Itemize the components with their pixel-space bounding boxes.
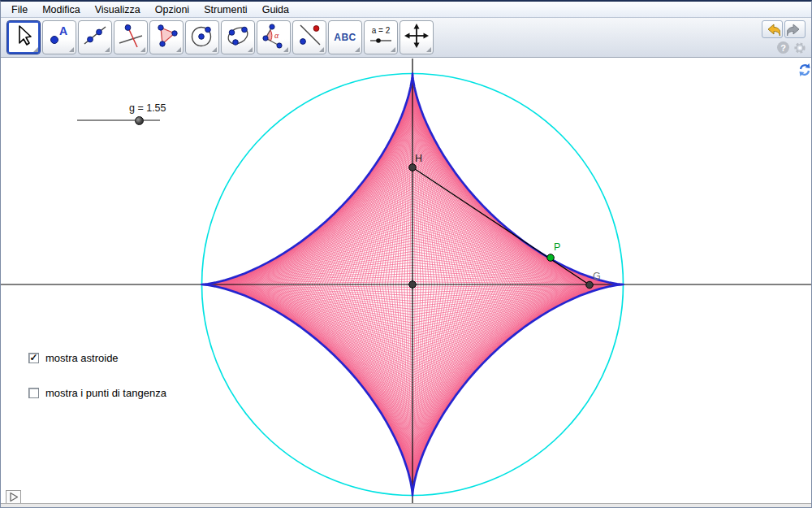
graphics-view[interactable]: HPG g = 1.55 ✓ mostra astroide mostra i …	[1, 59, 812, 503]
svg-text:α: α	[274, 31, 279, 40]
checkbox-label: mostra astroide	[45, 352, 119, 364]
tool-angle[interactable]: α	[257, 20, 291, 54]
tool-slider[interactable]: a = 2	[364, 20, 398, 54]
refresh-view-icon	[797, 63, 812, 77]
window-footer	[1, 503, 812, 508]
point-H[interactable]	[409, 164, 417, 172]
point-label-P: P	[554, 241, 560, 253]
tool-dropdown-icon[interactable]	[140, 47, 145, 52]
menu-modifica[interactable]: Modifica	[35, 2, 88, 17]
slider-g-label[interactable]: g = 1.55	[129, 102, 166, 114]
slider-g-track[interactable]	[77, 119, 160, 121]
menubar: File Modifica Visualizza Opzioni Strumen…	[1, 2, 811, 18]
geogebra-window: File Modifica Visualizza Opzioni Strumen…	[0, 0, 812, 508]
tool-reflection[interactable]	[292, 20, 326, 54]
tool-point[interactable]: A	[42, 20, 76, 54]
tool-dropdown-icon[interactable]	[283, 47, 288, 52]
slider-g-handle[interactable]	[135, 116, 144, 125]
checkbox-box[interactable]: ✓	[28, 353, 39, 363]
toolbar-actions: ?	[762, 20, 807, 54]
redo-button[interactable]	[784, 20, 806, 38]
tool-dropdown-icon[interactable]	[426, 47, 431, 52]
menu-guida[interactable]: Guida	[255, 2, 296, 17]
checkbox-mostra-punti-tangenza[interactable]: mostra i punti di tangenza	[28, 387, 166, 399]
checkbox-box[interactable]	[28, 388, 39, 398]
tool-move-view[interactable]	[400, 20, 434, 54]
gear-icon[interactable]	[793, 41, 806, 54]
tool-move[interactable]	[6, 20, 41, 54]
construction-svg[interactable]: HPG	[1, 59, 812, 503]
checkbox-label: mostra i punti di tangenza	[45, 387, 166, 399]
menu-file[interactable]: File	[4, 2, 35, 17]
undo-arrow-icon	[764, 22, 780, 37]
play-animation-button[interactable]	[6, 490, 21, 504]
redo-arrow-icon	[787, 22, 803, 37]
tool-special-line[interactable]	[114, 20, 148, 54]
point-label-H: H	[415, 153, 422, 164]
tool-circle[interactable]	[185, 20, 219, 54]
toolbar: A	[1, 18, 811, 58]
tool-dropdown-icon[interactable]	[176, 47, 181, 52]
refresh-view-button[interactable]	[797, 63, 812, 77]
tool-dropdown-icon[interactable]	[355, 47, 360, 52]
tool-text[interactable]: ABC	[328, 20, 362, 54]
checkbox-mostra-astroide[interactable]: ✓ mostra astroide	[28, 352, 119, 364]
tool-dropdown-icon[interactable]	[391, 47, 395, 52]
tool-dropdown-icon[interactable]	[33, 47, 38, 52]
text-icon: ABC	[334, 32, 356, 43]
undo-button[interactable]	[762, 20, 783, 38]
point-P[interactable]	[547, 254, 555, 262]
tool-dropdown-icon[interactable]	[212, 47, 217, 52]
point-G[interactable]	[586, 281, 594, 289]
menu-strumenti[interactable]: Strumenti	[197, 2, 255, 17]
tool-dropdown-icon[interactable]	[319, 47, 324, 52]
help-question-icon[interactable]: ?	[777, 41, 789, 54]
tool-dropdown-icon[interactable]	[69, 47, 74, 52]
tool-polygon[interactable]	[149, 20, 184, 54]
point-label-G: G	[593, 271, 601, 282]
menu-opzioni[interactable]: Opzioni	[148, 2, 197, 17]
tool-ellipse[interactable]	[221, 20, 255, 54]
tool-line[interactable]	[78, 20, 112, 54]
menu-visualizza[interactable]: Visualizza	[88, 2, 148, 17]
tool-dropdown-icon[interactable]	[248, 47, 253, 52]
svg-text:a = 2: a = 2	[372, 26, 391, 35]
tool-dropdown-icon[interactable]	[105, 47, 110, 52]
svg-text:A: A	[59, 24, 67, 37]
point-origin[interactable]	[409, 281, 417, 289]
play-animation-icon	[7, 491, 19, 503]
